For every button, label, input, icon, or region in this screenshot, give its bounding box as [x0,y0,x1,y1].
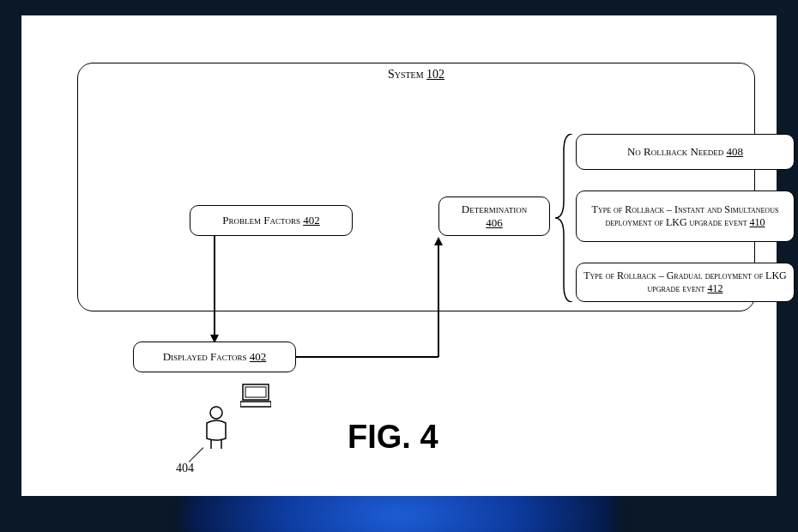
lead-line-404 [189,447,204,462]
determination-label: Determination [462,203,527,216]
no-rollback-ref: 408 [727,145,744,159]
type-instant-ref: 410 [750,216,765,228]
no-rollback-label: No Rollback Needed [627,145,723,159]
arrow-df-to-det-h [296,356,438,358]
system-title: System 102 [78,68,754,82]
system-container: System 102 Problem Factors 402 Determina… [77,63,755,311]
system-title-ref: 102 [426,68,444,81]
svg-point-0 [210,407,222,419]
node-no-rollback: No Rollback Needed 408 [576,134,795,170]
system-title-text: System [388,68,424,81]
diagram-paper: System 102 Problem Factors 402 Determina… [21,15,777,496]
displayed-factors-ref: 402 [250,350,267,364]
arrow-df-to-det-head [434,237,443,245]
displayed-factors-label: Displayed Factors [163,350,247,364]
node-problem-factors: Problem Factors 402 [190,205,353,236]
node-determination: Determination 406 [438,196,550,236]
type-gradual-ref: 412 [708,282,723,294]
person-icon [202,406,231,450]
type-gradual-label: Type of Rollback – Gradual deployment of… [583,269,787,294]
problem-factors-label: Problem Factors [222,214,300,227]
problem-factors-ref: 402 [303,214,320,227]
determination-ref: 406 [486,216,503,230]
node-displayed-factors: Displayed Factors 402 [133,342,296,372]
svg-rect-4 [245,387,266,397]
brace-icon [555,134,574,302]
node-type-gradual: Type of Rollback – Gradual deployment of… [576,263,795,302]
figure-label: FIG. 4 [348,419,438,456]
arrow-pf-to-df [214,235,215,336]
computer-icon [240,383,271,408]
node-type-instant: Type of Rollback – Instant and Simultane… [576,190,795,242]
svg-rect-5 [240,402,271,407]
user-ref-label: 404 [176,462,194,475]
arrow-df-to-det-v [438,244,439,357]
